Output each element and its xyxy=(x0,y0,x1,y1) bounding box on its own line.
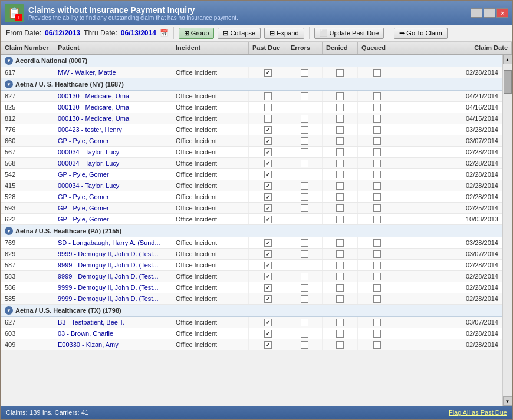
errors-cell[interactable] xyxy=(287,124,323,135)
queued-checkbox[interactable] xyxy=(373,115,381,123)
past-due-cell[interactable] xyxy=(249,91,287,101)
queued-checkbox[interactable] xyxy=(373,171,381,178)
errors-cell[interactable] xyxy=(287,147,323,157)
queued-cell[interactable] xyxy=(358,102,396,113)
denied-cell[interactable] xyxy=(323,271,358,282)
errors-checkbox[interactable] xyxy=(301,104,308,111)
denied-cell[interactable] xyxy=(323,169,358,180)
group-toggle-3[interactable]: ▼ xyxy=(5,306,13,315)
table-row[interactable]: 409 E00330 - Kizan, Amy Office Incident … xyxy=(1,339,502,350)
denied-cell[interactable] xyxy=(323,214,358,224)
queued-checkbox[interactable] xyxy=(373,182,381,190)
scroll-up-arrow[interactable]: ▲ xyxy=(503,55,512,64)
errors-checkbox[interactable] xyxy=(301,273,308,280)
queued-checkbox[interactable] xyxy=(373,239,381,247)
errors-cell[interactable] xyxy=(287,135,323,146)
past-due-checkbox[interactable]: ✔ xyxy=(264,204,272,212)
denied-checkbox[interactable] xyxy=(336,115,344,123)
table-row[interactable]: 567 000034 - Taylor, Lucy Office Inciden… xyxy=(1,147,502,158)
past-due-cell[interactable]: ✔ xyxy=(249,249,287,259)
denied-cell[interactable] xyxy=(323,113,358,124)
table-row[interactable]: 769 SD - Longabaugh, Harry A. (Sund... O… xyxy=(1,237,502,249)
group-header-0[interactable]: ▼Acordia National (0007) xyxy=(1,55,502,67)
errors-cell[interactable] xyxy=(287,180,323,191)
past-due-checkbox[interactable]: ✔ xyxy=(264,319,272,326)
denied-checkbox[interactable] xyxy=(336,284,344,292)
queued-cell[interactable] xyxy=(358,282,396,293)
errors-checkbox[interactable] xyxy=(301,239,308,247)
errors-cell[interactable] xyxy=(287,169,323,180)
errors-cell[interactable] xyxy=(287,91,323,101)
past-due-cell[interactable] xyxy=(249,113,287,124)
queued-checkbox[interactable] xyxy=(373,250,381,258)
errors-checkbox[interactable] xyxy=(301,295,308,303)
errors-checkbox[interactable] xyxy=(301,341,308,349)
errors-cell[interactable] xyxy=(287,282,323,293)
denied-checkbox[interactable] xyxy=(336,92,344,100)
group-header-1[interactable]: ▼Aetna / U. S. Healthcare (NY) (1687) xyxy=(1,78,502,91)
errors-cell[interactable] xyxy=(287,158,323,168)
errors-checkbox[interactable] xyxy=(301,204,308,212)
denied-checkbox[interactable] xyxy=(336,171,344,178)
queued-cell[interactable] xyxy=(358,91,396,101)
table-row[interactable]: 603 03 - Brown, Charlie Office Incident … xyxy=(1,328,502,339)
queued-cell[interactable] xyxy=(358,124,396,135)
past-due-cell[interactable]: ✔ xyxy=(249,169,287,180)
expand-button[interactable]: ⊞ Expand xyxy=(264,28,304,39)
queued-checkbox[interactable] xyxy=(373,216,381,223)
denied-checkbox[interactable] xyxy=(336,104,344,111)
errors-checkbox[interactable] xyxy=(301,330,308,338)
errors-checkbox[interactable] xyxy=(301,69,308,77)
past-due-checkbox[interactable]: ✔ xyxy=(264,148,272,156)
past-due-checkbox[interactable]: ✔ xyxy=(264,341,272,349)
errors-checkbox[interactable] xyxy=(301,262,308,269)
queued-cell[interactable] xyxy=(358,271,396,282)
table-row[interactable]: 812 000130 - Medicare, Uma Office Incide… xyxy=(1,113,502,124)
queued-checkbox[interactable] xyxy=(373,104,381,111)
table-row[interactable]: 583 9999 - Demoguy II, John D. (Test... … xyxy=(1,271,502,282)
scroll-down-arrow[interactable]: ▼ xyxy=(503,396,512,406)
denied-cell[interactable] xyxy=(323,147,358,157)
denied-checkbox[interactable] xyxy=(336,69,344,77)
errors-cell[interactable] xyxy=(287,237,323,248)
queued-cell[interactable] xyxy=(358,67,396,78)
errors-checkbox[interactable] xyxy=(301,216,308,223)
table-row[interactable]: 827 000130 - Medicare, Uma Office Incide… xyxy=(1,91,502,102)
past-due-cell[interactable]: ✔ xyxy=(249,328,287,339)
table-row[interactable]: 629 9999 - Demoguy II, John D. (Test... … xyxy=(1,249,502,260)
errors-checkbox[interactable] xyxy=(301,319,308,326)
past-due-checkbox[interactable]: ✔ xyxy=(264,216,272,223)
scroll-thumb[interactable] xyxy=(504,70,512,94)
queued-checkbox[interactable] xyxy=(373,262,381,269)
queued-checkbox[interactable] xyxy=(373,295,381,303)
denied-cell[interactable] xyxy=(323,102,358,113)
queued-cell[interactable] xyxy=(358,203,396,213)
past-due-checkbox[interactable]: ✔ xyxy=(264,295,272,303)
queued-checkbox[interactable] xyxy=(373,69,381,77)
scrollbar[interactable]: ▲ ▼ xyxy=(502,55,512,406)
go-to-claim-button[interactable]: ➡ Go To Claim xyxy=(394,28,447,39)
denied-cell[interactable] xyxy=(323,293,358,304)
queued-checkbox[interactable] xyxy=(373,137,381,145)
table-row[interactable]: 593 GP - Pyle, Gomer Office Incident ✔ 0… xyxy=(1,203,502,214)
table-content[interactable]: ▼Acordia National (0007) 617 MW - Walker… xyxy=(1,55,502,406)
table-row[interactable]: 542 GP - Pyle, Gomer Office Incident ✔ 0… xyxy=(1,169,502,180)
queued-cell[interactable] xyxy=(358,260,396,270)
denied-cell[interactable] xyxy=(323,339,358,350)
queued-cell[interactable] xyxy=(358,317,396,328)
table-row[interactable]: 622 GP - Pyle, Gomer Office Incident ✔ 1… xyxy=(1,214,502,225)
table-row[interactable]: 825 000130 - Medicare, Uma Office Incide… xyxy=(1,102,502,113)
past-due-checkbox[interactable]: ✔ xyxy=(264,182,272,190)
queued-cell[interactable] xyxy=(358,328,396,339)
denied-checkbox[interactable] xyxy=(336,126,344,134)
denied-checkbox[interactable] xyxy=(336,319,344,326)
queued-checkbox[interactable] xyxy=(373,126,381,134)
queued-cell[interactable] xyxy=(358,249,396,259)
denied-cell[interactable] xyxy=(323,203,358,213)
errors-cell[interactable] xyxy=(287,339,323,350)
group-button[interactable]: ⊞ Group xyxy=(179,28,215,39)
denied-checkbox[interactable] xyxy=(336,160,344,167)
queued-checkbox[interactable] xyxy=(373,204,381,212)
errors-cell[interactable] xyxy=(287,203,323,213)
denied-checkbox[interactable] xyxy=(336,295,344,303)
